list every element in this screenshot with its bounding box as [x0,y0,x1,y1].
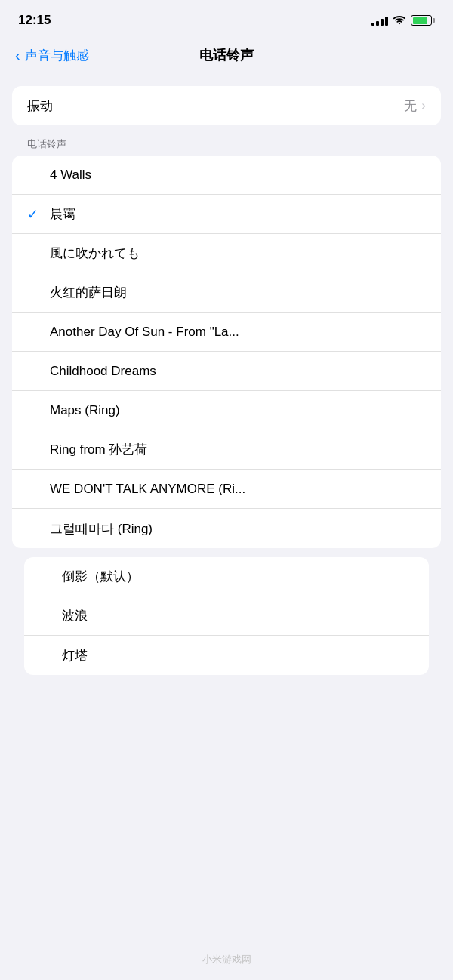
ringtone-item[interactable]: 波浪 [24,596,429,636]
watermark: 小米游戏网 [0,947,453,972]
wifi-icon [393,15,406,26]
ringtone-item[interactable]: 그럴때마다 (Ring) [12,509,441,548]
ringtone-name: 灯塔 [62,647,414,664]
back-label: 声音与触感 [25,47,89,64]
ringtone-item[interactable]: 火红的萨日朗 [12,273,441,313]
back-chevron-icon: ‹ [15,48,20,63]
ringtone-item[interactable]: Childhood Dreams [12,352,441,391]
ringtone-name: Childhood Dreams [50,364,426,379]
vibration-card: 振动 无 › [12,86,441,125]
ringtone-name: 波浪 [62,607,414,624]
ringtone-item[interactable]: Maps (Ring) [12,391,441,430]
ringtone-name: 倒影（默认） [62,568,414,585]
status-bar: 12:15 [0,0,453,36]
ringtone-item[interactable]: 風に吹かれても [12,234,441,273]
section-separator [0,548,453,557]
ringtone-name: 風に吹かれても [50,245,426,262]
back-button[interactable]: ‹ 声音与触感 [15,47,89,64]
checkmark-icon: ✓ [27,206,50,223]
vibration-chevron-icon: › [421,98,426,113]
vibration-value: 无 [404,97,417,115]
ringtone-name: 그럴때마다 (Ring) [50,520,426,538]
ringtone-item[interactable]: WE DON'T TALK ANYMORE (Ri... [12,470,441,509]
default-ringtone-list: 倒影（默认） 波浪 灯塔 [12,557,441,675]
ringtone-list: 4 Walls ✓ 晨霭 風に吹かれても 火红的萨日朗 Another Day … [12,156,441,548]
ringtone-section: 电话铃声 4 Walls ✓ 晨霭 風に吹かれても 火红的萨日朗 Another… [0,137,453,548]
status-time: 12:15 [18,13,51,28]
ringtone-item[interactable]: 倒影（默认） [24,557,429,596]
ringtone-name: 晨霭 [50,205,426,223]
vibration-label: 振动 [27,97,404,115]
vibration-row[interactable]: 振动 无 › [12,86,441,125]
page-title: 电话铃声 [199,46,254,64]
status-icons [371,15,435,26]
ringtone-name: 火红的萨日朗 [50,284,426,301]
ringtone-item[interactable]: Another Day Of Sun - From "La... [12,313,441,352]
ringtone-name: WE DON'T TALK ANYMORE (Ri... [50,482,426,497]
battery-icon [411,15,435,26]
section-label: 电话铃声 [0,137,453,156]
ringtone-item[interactable]: 灯塔 [24,636,429,675]
nav-bar: ‹ 声音与触感 电话铃声 [0,36,453,74]
ringtone-item[interactable]: Ring from 孙艺荷 [12,430,441,470]
ringtone-name: 4 Walls [50,168,426,183]
ringtone-name: Ring from 孙艺荷 [50,441,426,458]
signal-icon [371,15,388,26]
ringtone-name: Maps (Ring) [50,403,426,418]
ringtone-item[interactable]: ✓ 晨霭 [12,195,441,234]
vibration-section: 振动 无 › [0,86,453,125]
ringtone-name: Another Day Of Sun - From "La... [50,325,426,340]
ringtone-item[interactable]: 4 Walls [12,156,441,195]
